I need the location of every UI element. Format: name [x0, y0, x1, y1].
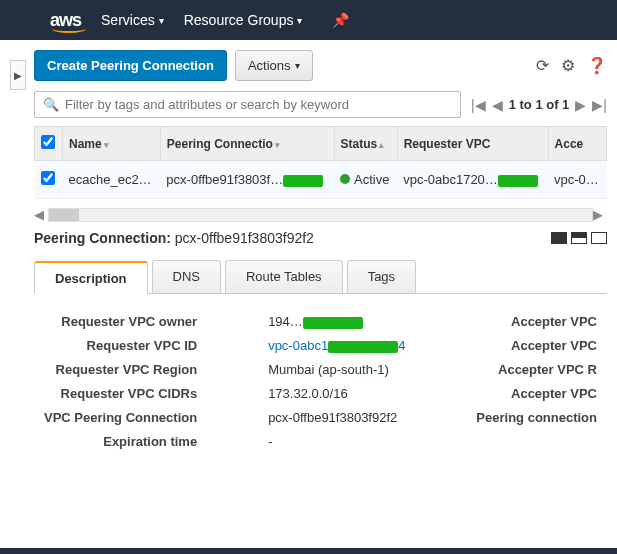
- resource-groups-menu[interactable]: Resource Groups▾: [184, 12, 303, 28]
- footer-edge: [0, 548, 617, 554]
- col-name[interactable]: Name▾: [63, 127, 161, 161]
- scroll-left-icon[interactable]: ◀: [34, 207, 48, 222]
- value-req-owner: 194…: [268, 310, 405, 334]
- status-active-icon: [340, 174, 350, 184]
- col-accepter[interactable]: Acce: [548, 127, 606, 161]
- value-req-id[interactable]: vpc-0abc14: [268, 334, 405, 358]
- label-acc-cidrs: Accepter VPC: [476, 382, 597, 406]
- col-peering[interactable]: Peering Connectio▾: [160, 127, 334, 161]
- help-icon[interactable]: ❓: [587, 56, 607, 75]
- pager: |◀ ◀ 1 to 1 of 1 ▶ ▶|: [471, 97, 607, 113]
- search-icon: 🔍: [43, 97, 59, 112]
- select-all-checkbox[interactable]: [41, 135, 55, 149]
- search-box[interactable]: 🔍: [34, 91, 461, 118]
- horizontal-scrollbar[interactable]: ◀ ▶: [34, 207, 607, 222]
- services-menu[interactable]: Services▾: [101, 12, 164, 28]
- scroll-right-icon[interactable]: ▶: [593, 207, 607, 222]
- table-row[interactable]: ecache_ec2… pcx-0ffbe91f3803f… Active vp…: [35, 161, 607, 199]
- top-nav-bar: aws Services▾ Resource Groups▾ 📌: [0, 0, 617, 40]
- refresh-icon[interactable]: ⟳: [536, 56, 549, 75]
- label-acc-region: Accepter VPC R: [476, 358, 597, 382]
- col-requester[interactable]: Requester VPC: [397, 127, 548, 161]
- page-prev-icon[interactable]: ◀: [492, 97, 503, 113]
- cell-accepter: vpc-0…: [548, 161, 606, 199]
- description-panel: Requester VPC owner Requester VPC ID Req…: [34, 294, 607, 470]
- label-req-owner: Requester VPC owner: [44, 310, 197, 334]
- peering-table: Name▾ Peering Connectio▾ Status▴ Request…: [34, 126, 607, 199]
- label-conn: VPC Peering Connection: [44, 406, 197, 430]
- cell-status: Active: [334, 161, 397, 199]
- actions-button[interactable]: Actions▾: [235, 50, 313, 81]
- label-acc-id: Accepter VPC: [476, 334, 597, 358]
- label-req-id: Requester VPC ID: [44, 334, 197, 358]
- detail-title: Peering Connection: pcx-0ffbe91f3803f92f…: [34, 230, 314, 246]
- label-req-region: Requester VPC Region: [44, 358, 197, 382]
- value-conn: pcx-0ffbe91f3803f92f2: [268, 406, 405, 430]
- view-mode-1[interactable]: [551, 232, 567, 244]
- view-mode-2[interactable]: [571, 232, 587, 244]
- cell-requester: vpc-0abc1720…: [397, 161, 548, 199]
- chevron-down-icon: ▾: [297, 15, 302, 26]
- label-acc-owner: Accepter VPC: [476, 310, 597, 334]
- aws-logo[interactable]: aws: [50, 10, 81, 31]
- search-input[interactable]: [65, 97, 452, 112]
- value-exp: -: [268, 430, 405, 454]
- cell-peering: pcx-0ffbe91f3803f…: [160, 161, 334, 199]
- pin-icon[interactable]: 📌: [332, 12, 349, 28]
- page-last-icon[interactable]: ▶|: [592, 97, 607, 113]
- page-next-icon[interactable]: ▶: [575, 97, 586, 113]
- tab-route-tables[interactable]: Route Tables: [225, 260, 343, 293]
- row-checkbox[interactable]: [41, 171, 55, 185]
- view-mode-3[interactable]: [591, 232, 607, 244]
- tab-tags[interactable]: Tags: [347, 260, 416, 293]
- chevron-down-icon: ▾: [295, 60, 300, 71]
- panel-expand-toggle[interactable]: ▶: [10, 60, 26, 90]
- label-exp: Expiration time: [44, 430, 197, 454]
- col-status[interactable]: Status▴: [334, 127, 397, 161]
- label-req-cidrs: Requester VPC CIDRs: [44, 382, 197, 406]
- gear-icon[interactable]: ⚙: [561, 56, 575, 75]
- chevron-down-icon: ▾: [159, 15, 164, 26]
- value-req-region: Mumbai (ap-south-1): [268, 358, 405, 382]
- tab-description[interactable]: Description: [34, 261, 148, 294]
- page-info: 1 to 1 of 1: [509, 97, 570, 112]
- label-peering-conn: Peering connection: [476, 406, 597, 430]
- tab-dns[interactable]: DNS: [152, 260, 221, 293]
- value-req-cidrs: 173.32.0.0/16: [268, 382, 405, 406]
- page-first-icon[interactable]: |◀: [471, 97, 486, 113]
- cell-name: ecache_ec2…: [63, 161, 161, 199]
- create-peering-button[interactable]: Create Peering Connection: [34, 50, 227, 81]
